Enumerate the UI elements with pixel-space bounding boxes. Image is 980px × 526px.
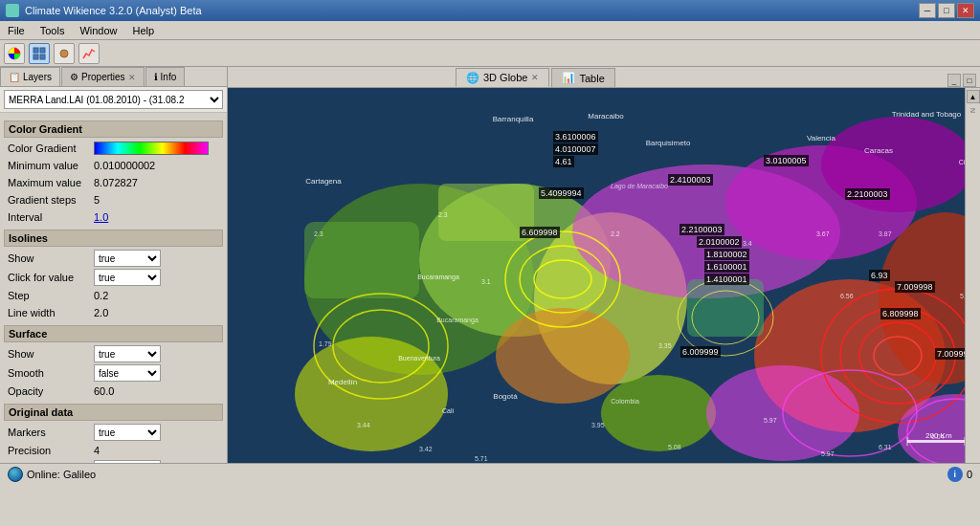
menu-tools[interactable]: Tools bbox=[36, 23, 69, 38]
svg-text:Medellín: Medellín bbox=[328, 378, 357, 386]
minimize-button[interactable]: ─ bbox=[919, 3, 936, 18]
svg-text:Bogotá: Bogotá bbox=[493, 392, 518, 401]
window-controls[interactable]: ─ □ ✕ bbox=[919, 3, 974, 18]
svg-rect-77 bbox=[907, 440, 965, 443]
svg-rect-2 bbox=[40, 48, 45, 53]
prop-row-surf-show: Show truefalse bbox=[4, 344, 223, 363]
point-icon[interactable] bbox=[54, 43, 75, 64]
color-wheel-icon[interactable] bbox=[4, 43, 25, 64]
svg-text:3.42: 3.42 bbox=[419, 446, 433, 452]
annotation-select[interactable]: falsetrue bbox=[94, 460, 161, 463]
prop-label-gradient: Color Gradient bbox=[8, 142, 94, 154]
properties-panel: Color Gradient Color Gradient Minimum va… bbox=[0, 113, 227, 463]
menu-help[interactable]: Help bbox=[129, 23, 159, 38]
prop-row-gradient: Color Gradient bbox=[4, 140, 223, 157]
prop-label-linewidth: Line width bbox=[8, 307, 94, 318]
svg-rect-4 bbox=[40, 55, 45, 59]
svg-text:3.4: 3.4 bbox=[743, 240, 752, 247]
svg-point-16 bbox=[601, 375, 716, 451]
svg-point-5 bbox=[60, 50, 68, 57]
prop-label-iso-show: Show bbox=[8, 252, 94, 264]
prop-value-opacity: 60.0 bbox=[94, 385, 219, 397]
layer-selector: MERRA Land.LAI (01.08.2010) - (31.08.2 bbox=[0, 87, 227, 113]
info-count: 0 bbox=[967, 469, 972, 480]
maximize-button[interactable]: □ bbox=[938, 3, 955, 18]
tab-3dglobe[interactable]: 🌐 3D Globe ✕ bbox=[456, 68, 549, 87]
svg-text:3.35: 3.35 bbox=[658, 342, 672, 349]
surf-show-select[interactable]: truefalse bbox=[94, 345, 161, 362]
prop-value-linewidth: 2.0 bbox=[94, 307, 219, 318]
section-original-data: Original data bbox=[4, 404, 223, 421]
info-icon: ℹ bbox=[154, 72, 158, 82]
status-globe-area: Online: Galileo bbox=[8, 467, 96, 482]
svg-text:5.08: 5.08 bbox=[668, 444, 681, 450]
properties-close-icon[interactable]: ✕ bbox=[128, 73, 136, 82]
table-tab-icon: 📊 bbox=[562, 72, 575, 84]
app-title: Climate Wikience 3.2.0 (Analyst) Beta bbox=[25, 5, 202, 16]
tab-table-label: Table bbox=[579, 73, 604, 84]
tab-info-label: Info bbox=[161, 72, 177, 82]
svg-text:2.3: 2.3 bbox=[314, 230, 323, 237]
svg-text:Bucaramanga: Bucaramanga bbox=[436, 317, 479, 324]
prop-row-step: Step 0.2 bbox=[4, 287, 223, 304]
prop-label-opacity: Opacity bbox=[8, 385, 94, 397]
svg-text:1.79: 1.79 bbox=[319, 340, 332, 347]
svg-rect-20 bbox=[687, 279, 764, 337]
status-info-area: i 0 bbox=[947, 467, 972, 482]
svg-point-12 bbox=[821, 117, 974, 212]
markers-select[interactable]: truefalse bbox=[94, 424, 161, 441]
grid-icon[interactable] bbox=[29, 43, 50, 64]
svg-text:Colombia: Colombia bbox=[611, 398, 639, 405]
svg-text:6.56: 6.56 bbox=[840, 293, 854, 299]
prop-value-max: 8.072827 bbox=[94, 177, 219, 188]
status-text: Online: Galileo bbox=[27, 469, 96, 480]
prop-label-steps: Gradient steps bbox=[8, 194, 94, 206]
nav-up-button[interactable]: ▲ bbox=[967, 90, 980, 103]
globe-tab-icon: 🌐 bbox=[466, 72, 479, 84]
panel-min-button[interactable]: _ bbox=[947, 74, 961, 87]
svg-text:5.97: 5.97 bbox=[821, 450, 835, 457]
prop-row-markers: Markers truefalse bbox=[4, 423, 223, 442]
tab-info[interactable]: ℹ Info bbox=[145, 67, 186, 86]
prop-label-min: Minimum value bbox=[8, 160, 94, 171]
globe-tab-close[interactable]: ✕ bbox=[531, 73, 539, 82]
svg-text:Valencia: Valencia bbox=[807, 134, 836, 142]
menu-window[interactable]: Window bbox=[76, 23, 121, 38]
map-area[interactable]: Barranquilla Maracaibo Trinidad and Toba… bbox=[228, 88, 980, 463]
map-svg: Barranquilla Maracaibo Trinidad and Toba… bbox=[228, 88, 980, 463]
tab-layers[interactable]: 📋 Layers bbox=[0, 67, 60, 86]
svg-text:6.31: 6.31 bbox=[879, 444, 892, 450]
svg-text:Lago de Maracaibo: Lago de Maracaibo bbox=[611, 183, 668, 190]
chart-icon[interactable] bbox=[78, 43, 100, 64]
gradient-bar[interactable] bbox=[94, 142, 209, 155]
tab-properties-label: Properties bbox=[81, 72, 125, 82]
smooth-select[interactable]: falsetrue bbox=[94, 364, 161, 382]
prop-value-min: 0.010000002 bbox=[94, 160, 219, 171]
section-color-gradient: Color Gradient bbox=[4, 121, 223, 138]
prop-row-min: Minimum value 0.010000002 bbox=[4, 157, 223, 174]
svg-text:Barquisimeto: Barquisimeto bbox=[646, 139, 691, 147]
svg-text:6.04: 6.04 bbox=[931, 433, 945, 440]
prop-label-surf-show: Show bbox=[8, 348, 94, 360]
svg-text:2.2: 2.2 bbox=[611, 230, 620, 237]
close-button[interactable]: ✕ bbox=[957, 3, 974, 18]
prop-label-max: Maximum value bbox=[8, 177, 94, 188]
info-button[interactable]: i bbox=[947, 467, 963, 482]
prop-row-opacity: Opacity 60.0 bbox=[4, 383, 223, 400]
svg-rect-1 bbox=[33, 48, 38, 53]
click-value-select[interactable]: truefalse bbox=[94, 269, 161, 286]
layer-dropdown[interactable]: MERRA Land.LAI (01.08.2010) - (31.08.2 bbox=[4, 90, 223, 109]
layers-icon: 📋 bbox=[9, 72, 20, 82]
tab-properties[interactable]: ⚙ Properties ✕ bbox=[61, 67, 145, 86]
prop-row-linewidth: Line width 2.0 bbox=[4, 304, 223, 321]
menu-file[interactable]: File bbox=[4, 23, 29, 38]
iso-show-select[interactable]: truefalse bbox=[94, 250, 161, 267]
prop-value-precision: 4 bbox=[94, 445, 219, 456]
panel-max-button[interactable]: □ bbox=[963, 74, 976, 87]
prop-value-interval[interactable]: 1.0 bbox=[94, 211, 219, 223]
svg-point-17 bbox=[496, 308, 630, 404]
tab-table[interactable]: 📊 Table bbox=[551, 68, 614, 87]
tab-3dglobe-label: 3D Globe bbox=[483, 72, 527, 83]
section-surface: Surface bbox=[4, 325, 223, 342]
svg-rect-3 bbox=[33, 55, 38, 59]
